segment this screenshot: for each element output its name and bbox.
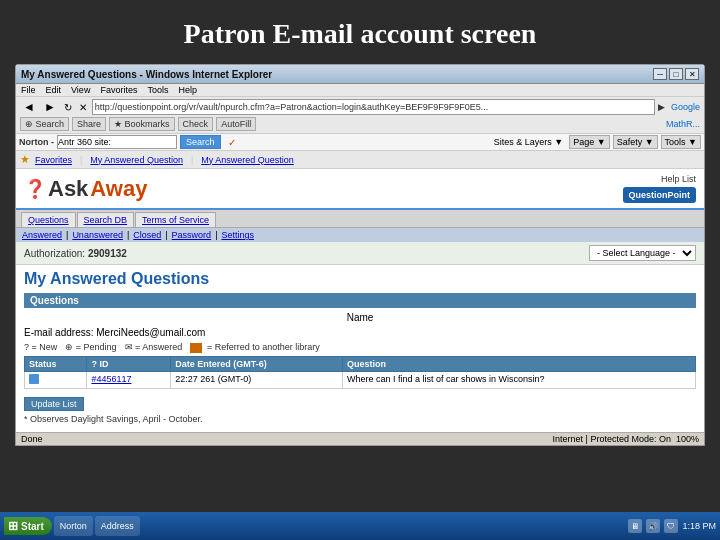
breadcrumb-closed[interactable]: Closed bbox=[133, 230, 161, 240]
menu-tools[interactable]: Tools bbox=[147, 85, 168, 95]
taskbar-item-norton[interactable]: Norton bbox=[54, 516, 93, 536]
col-question: Question bbox=[342, 356, 695, 371]
forward-button[interactable]: ► bbox=[41, 100, 59, 114]
norton-bar: Norton - Search ✓ Sites & Layers ▼ Page … bbox=[16, 134, 704, 151]
away-text: Away bbox=[90, 176, 147, 202]
address-url: http://questionpoint.org/vr/vault/npurch… bbox=[95, 102, 488, 112]
taskbar-item-address[interactable]: Address bbox=[95, 516, 140, 536]
systray-network-icon: 🖥 bbox=[628, 519, 642, 533]
taskbar-right: 🖥 🔊 🛡 1:18 PM bbox=[628, 519, 716, 533]
ask-header-right: Help List QuestionPoint bbox=[623, 174, 697, 203]
questions-header: Questions bbox=[24, 293, 696, 308]
cell-question: Where can I find a list of car shows in … bbox=[342, 371, 695, 388]
norton-input[interactable] bbox=[57, 135, 177, 149]
auth-bar: Authorization: 2909132 - Select Language… bbox=[16, 242, 704, 265]
tools-button[interactable]: Tools ▼ bbox=[661, 135, 701, 149]
taskbar-address-label: Address bbox=[101, 521, 134, 531]
mathr-link[interactable]: MathR... bbox=[666, 119, 700, 129]
breadcrumb-password[interactable]: Password bbox=[172, 230, 212, 240]
ask-icon: ❓ bbox=[24, 178, 46, 200]
page-heading: My Answered Questions bbox=[24, 270, 696, 288]
slide-title: Patron E-mail account screen bbox=[0, 0, 720, 64]
norton-search-button[interactable]: Search bbox=[180, 135, 221, 149]
page-button[interactable]: Page ▼ bbox=[569, 135, 609, 149]
taskbar: ⊞ Start Norton Address 🖥 🔊 🛡 1:18 PM bbox=[0, 512, 720, 540]
tab-search-db[interactable]: Search DB bbox=[77, 212, 135, 227]
update-list-button[interactable]: Update List bbox=[24, 397, 84, 411]
name-row: Name bbox=[24, 310, 696, 325]
tab-questions[interactable]: Questions bbox=[21, 212, 76, 227]
cell-date: 22:27 261 (GMT-0) bbox=[171, 371, 343, 388]
name-label: Name bbox=[347, 312, 374, 323]
check-button[interactable]: Check bbox=[178, 117, 214, 131]
favorites-bar: ★ Favorites | My Answered Question | My … bbox=[16, 151, 704, 169]
language-select[interactable]: - Select Language - bbox=[589, 245, 696, 261]
minimize-button[interactable]: ─ bbox=[653, 68, 667, 80]
breadcrumb-answered[interactable]: Answered bbox=[22, 230, 62, 240]
fav-item-2[interactable]: My Answered Question bbox=[201, 155, 294, 165]
help-list-link[interactable]: Help List bbox=[661, 174, 696, 184]
menu-help[interactable]: Help bbox=[178, 85, 197, 95]
start-button[interactable]: ⊞ Start bbox=[4, 517, 52, 535]
cell-status bbox=[25, 371, 87, 388]
ask-text: Ask bbox=[48, 176, 88, 202]
taskbar-norton-label: Norton bbox=[60, 521, 87, 531]
page-content: ❓ Ask Away Help List QuestionPoint Quest… bbox=[16, 169, 704, 445]
ask-logo: ❓ Ask Away bbox=[24, 176, 147, 202]
col-status: Status bbox=[25, 356, 87, 371]
status-bar: Done Internet | Protected Mode: On 100% bbox=[16, 432, 704, 445]
qp-logo: QuestionPoint bbox=[623, 187, 697, 203]
start-label: Start bbox=[21, 521, 44, 532]
zoom-level[interactable]: 100% bbox=[676, 434, 699, 444]
menu-favorites[interactable]: Favorites bbox=[100, 85, 137, 95]
menu-bar: File Edit View Favorites Tools Help bbox=[16, 84, 704, 97]
favorites-label[interactable]: Favorites bbox=[35, 155, 72, 165]
qp-logo-text: QuestionPoint bbox=[629, 190, 691, 200]
breadcrumb: Answered | Unanswered | Closed | Passwor… bbox=[16, 228, 704, 242]
refresh-button[interactable]: ↻ bbox=[62, 102, 74, 113]
safety-button[interactable]: Safety ▼ bbox=[613, 135, 658, 149]
update-btn-row: Update List bbox=[24, 393, 696, 411]
col-id: ? ID bbox=[87, 356, 171, 371]
browser-titlebar: My Answered Questions - Windows Internet… bbox=[16, 65, 704, 84]
status-left: Done bbox=[21, 434, 43, 444]
browser-window: My Answered Questions - Windows Internet… bbox=[15, 64, 705, 446]
browser-title: My Answered Questions - Windows Internet… bbox=[21, 69, 272, 80]
titlebar-buttons: ─ □ ✕ bbox=[653, 68, 699, 80]
autofill-button[interactable]: AutoFill bbox=[216, 117, 256, 131]
back-button[interactable]: ◄ bbox=[20, 100, 38, 114]
legend-answered: ✉ = Answered bbox=[125, 342, 183, 352]
address-bar-row: ◄ ► ↻ ✕ http://questionpoint.org/vr/vaul… bbox=[20, 99, 700, 115]
email-label: E-mail address bbox=[24, 327, 91, 338]
stop-button[interactable]: ✕ bbox=[77, 102, 89, 113]
menu-file[interactable]: File bbox=[21, 85, 36, 95]
tab-terms[interactable]: Terms of Service bbox=[135, 212, 216, 227]
search-toolbar-button[interactable]: ⊕ Search bbox=[20, 117, 69, 131]
breadcrumb-settings[interactable]: Settings bbox=[221, 230, 254, 240]
nav-tabs: Questions Search DB Terms of Service bbox=[16, 210, 704, 228]
cell-id[interactable]: #4456117 bbox=[87, 371, 171, 388]
address-box[interactable]: http://questionpoint.org/vr/vault/npurch… bbox=[92, 99, 655, 115]
breadcrumb-unanswered[interactable]: Unanswered bbox=[72, 230, 123, 240]
go-button[interactable]: ▶ bbox=[658, 102, 665, 112]
auth-number: 2909132 bbox=[88, 248, 127, 259]
menu-edit[interactable]: Edit bbox=[46, 85, 62, 95]
close-button[interactable]: ✕ bbox=[685, 68, 699, 80]
referred-icon bbox=[190, 343, 202, 353]
table-row: #4456117 22:27 261 (GMT-0) Where can I f… bbox=[25, 371, 696, 388]
restore-button[interactable]: □ bbox=[669, 68, 683, 80]
menu-view[interactable]: View bbox=[71, 85, 90, 95]
browser-toolbar: ◄ ► ↻ ✕ http://questionpoint.org/vr/vaul… bbox=[16, 97, 704, 134]
share-button[interactable]: Share bbox=[72, 117, 106, 131]
toolbar-row: ⊕ Search Share ★ Bookmarks Check AutoFil… bbox=[20, 117, 700, 131]
sites-layers-btn[interactable]: Sites & Layers ▼ bbox=[494, 137, 563, 147]
status-bar-right: Internet | Protected Mode: On 100% bbox=[553, 434, 699, 444]
google-search[interactable]: Google bbox=[671, 102, 700, 112]
windows-logo-icon: ⊞ bbox=[8, 519, 18, 533]
email-row: E-mail address: MerciNeeds@umail.com bbox=[24, 325, 696, 340]
main-content: My Answered Questions Questions Name E-m… bbox=[16, 265, 704, 432]
auth-label: Authorization: bbox=[24, 248, 85, 259]
bookmarks-button[interactable]: ★ Bookmarks bbox=[109, 117, 175, 131]
data-table: Status ? ID Date Entered (GMT-6) Questio… bbox=[24, 356, 696, 389]
fav-item-1[interactable]: My Answered Question bbox=[90, 155, 183, 165]
